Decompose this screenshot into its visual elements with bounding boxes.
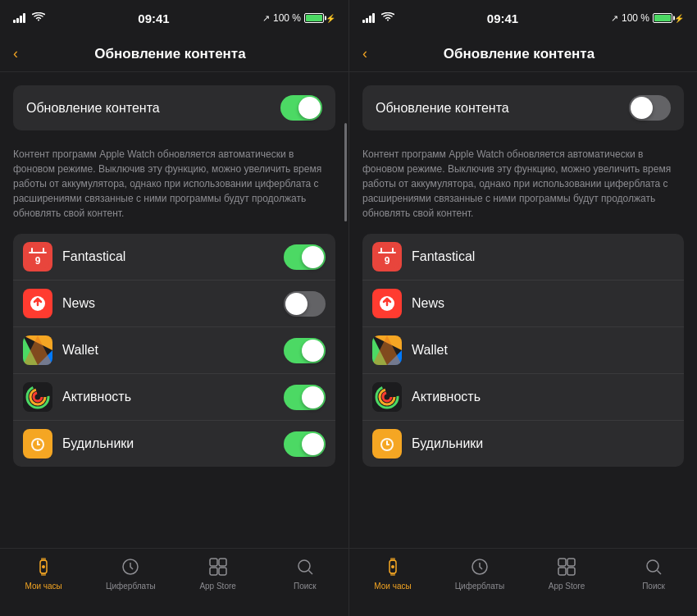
main-toggle-row: Обновление контента [362,85,684,130]
svg-point-47 [391,565,394,568]
app-item-fantastical[interactable]: 9 Fantastical [362,234,684,281]
alarm-icon [23,429,52,459]
toggle-switch[interactable] [284,338,326,363]
tab-item-app-store[interactable]: App Store [523,555,610,591]
main-toggle-label: Обновление контента [376,101,509,116]
app-name-активность: Активность [62,390,284,404]
app-item-активность[interactable]: Активность [13,374,335,421]
watch-tab-icon [32,555,55,578]
svg-text:9: 9 [35,255,41,267]
svg-rect-45 [390,558,395,561]
app-item-активность[interactable]: Активность [362,374,684,421]
app-name-wallet: Wallet [412,343,674,358]
appstore-tab-icon [555,555,578,578]
svg-rect-49 [558,559,566,566]
tab-label-0: Мои часы [374,582,411,591]
main-content: Обновление контентаКонтент программ Appl… [0,72,348,548]
watch-tab-icon [381,555,404,578]
news-icon [372,289,402,318]
app-item-news[interactable]: News [13,281,335,327]
tab-label-3: Поиск [642,582,665,591]
status-right: ↗ 100 % ⚡ [611,12,684,24]
svg-rect-50 [567,559,575,566]
tab-label-3: Поиск [294,582,317,591]
location-icon: ↗ [262,13,270,24]
nav-bar: ‹Обновление контента [349,36,697,72]
back-button[interactable]: ‹ [13,45,18,62]
nav-bar: ‹Обновление контента [0,36,348,72]
toggle-switch[interactable] [284,431,326,457]
app-name-fantastical: Fantastical [62,249,284,264]
svg-text:9: 9 [385,255,390,267]
svg-point-20 [42,565,45,568]
app-item-news[interactable]: News [362,281,684,327]
toggle-switch[interactable] [284,244,326,270]
app-item-fantastical[interactable]: 9 Fantastical [13,234,335,281]
status-left [362,12,394,25]
page-title: Обновление контента [25,46,316,62]
wifi-icon [381,12,394,25]
app-item-будильники[interactable]: Будильники [362,421,684,467]
screen-left: 09:41 ↗ 100 % ⚡ ‹Обновление контентаОбно… [0,0,348,616]
main-section: Обновление контента [0,72,348,130]
svg-point-26 [298,560,310,572]
tab-item-поиск[interactable]: Поиск [262,555,348,591]
svg-rect-23 [219,559,226,566]
wifi-icon [32,12,45,25]
status-bar: 09:41 ↗ 100 % ⚡ [0,0,348,36]
tab-bar: Мои часыЦиферблатыApp StoreПоиск [0,548,348,616]
battery: ⚡ [653,13,684,23]
svg-rect-46 [390,573,395,576]
location-icon: ↗ [611,13,618,24]
toggle-switch[interactable] [280,95,322,121]
tab-label-1: Циферблаты [106,582,156,591]
app-item-wallet[interactable]: Wallet [362,327,684,374]
app-name-news: News [62,296,284,311]
status-bar: 09:41 ↗ 100 % ⚡ [349,0,697,36]
tab-bar: Мои часыЦиферблатыApp StoreПоиск [349,548,697,616]
activity-icon [372,382,402,412]
main-toggle-label: Обновление контента [26,101,160,116]
tab-item-мои-часы[interactable]: Мои часы [349,555,436,591]
tab-label-0: Мои часы [25,582,61,591]
toggle-switch[interactable] [284,291,326,317]
tab-item-поиск[interactable]: Поиск [610,555,697,591]
clock-tab-icon [468,555,491,578]
toggle-switch[interactable] [284,385,326,410]
charging-bolt: ⚡ [326,14,335,23]
scroll-indicator [344,123,347,221]
tab-item-мои-часы[interactable]: Мои часы [0,555,87,591]
tab-label-2: App Store [199,582,235,591]
search-tab-icon [642,555,665,578]
app-item-wallet[interactable]: Wallet [13,327,335,374]
fantastical-icon: 9 [372,242,402,271]
wallet-icon [372,335,402,365]
app-item-будильники[interactable]: Будильники [13,421,335,467]
search-tab-icon [294,555,317,578]
app-name-будильники: Будильники [62,436,284,451]
svg-rect-16 [37,444,40,445]
wallet-icon [23,335,52,365]
svg-rect-3 [43,248,44,253]
svg-rect-25 [219,568,226,575]
main-toggle-row: Обновление контента [13,85,335,130]
svg-rect-51 [558,568,566,575]
main-section: Обновление контента [349,72,697,130]
back-button[interactable]: ‹ [362,45,367,62]
svg-point-53 [647,560,658,572]
tab-item-циферблаты[interactable]: Циферблаты [87,555,174,591]
screen-right: 09:41 ↗ 100 % ⚡ ‹Обновление контентаОбно… [348,0,697,616]
status-right: ↗ 100 % ⚡ [262,12,335,24]
signal-bars [13,13,25,23]
svg-rect-30 [392,248,394,253]
toggle-switch[interactable] [629,95,671,121]
app-name-будильники: Будильники [412,436,674,451]
svg-rect-19 [41,573,46,576]
status-left [13,12,45,25]
clock-tab-icon [119,555,142,578]
tab-item-циферблаты[interactable]: Циферблаты [436,555,523,591]
svg-rect-18 [41,558,46,561]
news-icon [23,289,52,318]
tab-item-app-store[interactable]: App Store [175,555,262,591]
charging-bolt: ⚡ [674,14,684,23]
